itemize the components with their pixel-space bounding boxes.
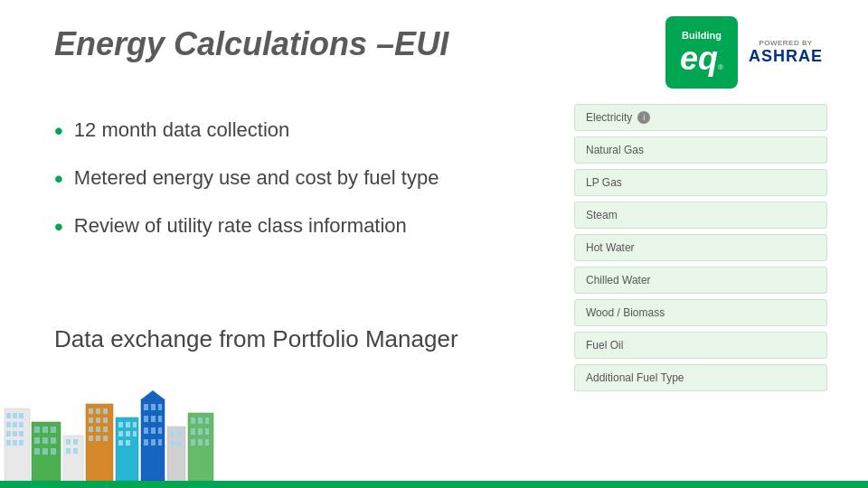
fuel-additional-type: Additional Fuel Type	[574, 364, 827, 391]
svg-rect-39	[96, 436, 100, 441]
fuel-additional-type-label: Additional Fuel Type	[586, 371, 684, 384]
svg-rect-18	[42, 437, 48, 444]
svg-rect-72	[205, 418, 209, 424]
fuel-lp-gas: LP Gas	[574, 169, 827, 196]
svg-rect-2	[13, 413, 17, 418]
bullet-dot-1: •	[54, 117, 63, 145]
svg-rect-38	[89, 436, 93, 441]
fuel-natural-gas-label: Natural Gas	[586, 144, 644, 156]
fuel-steam-label: Steam	[586, 209, 618, 221]
svg-rect-32	[89, 418, 93, 423]
svg-rect-61	[144, 439, 148, 446]
svg-rect-22	[51, 448, 56, 455]
svg-rect-40	[103, 436, 108, 441]
logo-eq-text: eq	[680, 42, 718, 75]
svg-rect-77	[198, 439, 203, 446]
svg-rect-59	[151, 427, 156, 434]
svg-rect-31	[103, 408, 108, 414]
svg-rect-73	[191, 428, 195, 435]
bottom-bar	[0, 481, 868, 488]
svg-rect-57	[158, 416, 162, 422]
svg-rect-45	[118, 431, 123, 436]
svg-rect-5	[13, 422, 17, 427]
ashrae-text: ASHRAE	[749, 47, 823, 66]
svg-rect-29	[89, 408, 93, 414]
fuel-fuel-oil: Fuel Oil	[574, 332, 827, 359]
svg-rect-14	[34, 427, 40, 433]
svg-rect-46	[126, 431, 130, 436]
svg-rect-34	[103, 418, 108, 423]
svg-rect-7	[6, 431, 11, 436]
svg-rect-49	[126, 440, 130, 446]
svg-rect-47	[133, 431, 137, 436]
slide: Energy Calculations –EUI Building eq ® P…	[0, 0, 868, 488]
svg-rect-26	[66, 448, 71, 454]
svg-rect-66	[177, 431, 182, 436]
svg-rect-75	[205, 428, 209, 435]
logo-area: Building eq ® POWERED BY ASHRAE	[665, 16, 823, 89]
bullet-text-2: Metered energy use and cost by fuel type	[74, 165, 439, 192]
svg-rect-28	[86, 404, 113, 481]
svg-rect-11	[13, 440, 17, 446]
svg-rect-53	[151, 404, 156, 410]
svg-marker-51	[141, 390, 165, 399]
fuel-electricity: Electricity i	[574, 104, 827, 131]
svg-rect-58	[144, 427, 148, 434]
fuel-steam: Steam	[574, 202, 827, 229]
fuel-hot-water-label: Hot Water	[586, 241, 635, 254]
svg-rect-19	[51, 437, 56, 444]
fuel-wood-biomass: Wood / Biomass	[574, 299, 827, 326]
fuel-fuel-oil-label: Fuel Oil	[586, 339, 623, 352]
svg-rect-4	[6, 422, 11, 427]
svg-rect-3	[19, 413, 24, 418]
fuel-lp-gas-label: LP Gas	[586, 176, 622, 189]
info-icon-electricity: i	[637, 111, 650, 124]
svg-rect-35	[89, 427, 93, 432]
bullet-dot-3: •	[54, 213, 63, 241]
fuel-electricity-label: Electricity	[586, 111, 632, 124]
fuel-chilled-water-label: Chilled Water	[586, 274, 651, 286]
svg-rect-1	[6, 413, 11, 418]
logo-registered-symbol: ®	[718, 63, 723, 71]
svg-rect-67	[170, 441, 175, 446]
ashrae-logo-area: POWERED BY ASHRAE	[749, 39, 823, 66]
svg-rect-68	[177, 441, 182, 446]
bullet-text-3: Review of utility rate class information	[74, 213, 407, 239]
svg-rect-12	[19, 440, 24, 446]
svg-rect-21	[42, 448, 48, 455]
svg-rect-25	[73, 439, 78, 445]
svg-rect-76	[191, 439, 195, 446]
svg-rect-44	[133, 422, 137, 427]
svg-rect-33	[96, 418, 100, 423]
svg-rect-16	[51, 427, 56, 433]
svg-rect-52	[144, 404, 148, 410]
data-exchange-text: Data exchange from Portfolio Manager	[54, 325, 458, 353]
powered-by-text: POWERED BY	[759, 39, 812, 47]
bullet-dot-2: •	[54, 165, 63, 193]
fuel-wood-biomass-label: Wood / Biomass	[586, 306, 665, 319]
svg-rect-78	[205, 439, 209, 446]
bullet-item-3: • Review of utility rate class informati…	[54, 213, 439, 241]
slide-title: Energy Calculations –EUI	[54, 25, 448, 63]
bullet-text-1: 12 month data collection	[74, 117, 290, 144]
svg-rect-24	[66, 439, 71, 445]
svg-rect-54	[158, 404, 162, 410]
svg-rect-27	[73, 448, 78, 454]
svg-rect-42	[118, 422, 123, 427]
bullet-item-2: • Metered energy use and cost by fuel ty…	[54, 165, 439, 193]
bullet-list: • 12 month data collection • Metered ene…	[54, 117, 439, 260]
svg-rect-60	[158, 427, 162, 434]
fuel-chilled-water: Chilled Water	[574, 267, 827, 294]
fuel-type-list: Electricity i Natural Gas LP Gas Steam H…	[574, 104, 827, 391]
svg-rect-6	[19, 422, 24, 427]
svg-rect-17	[34, 437, 40, 444]
svg-rect-56	[151, 416, 156, 422]
building-eq-logo: Building eq ®	[665, 16, 738, 89]
svg-rect-55	[144, 416, 148, 422]
fuel-hot-water: Hot Water	[574, 234, 827, 261]
svg-rect-37	[103, 427, 108, 432]
svg-rect-15	[42, 427, 48, 433]
svg-rect-74	[198, 428, 203, 435]
fuel-natural-gas: Natural Gas	[574, 136, 827, 164]
svg-rect-63	[158, 439, 162, 446]
